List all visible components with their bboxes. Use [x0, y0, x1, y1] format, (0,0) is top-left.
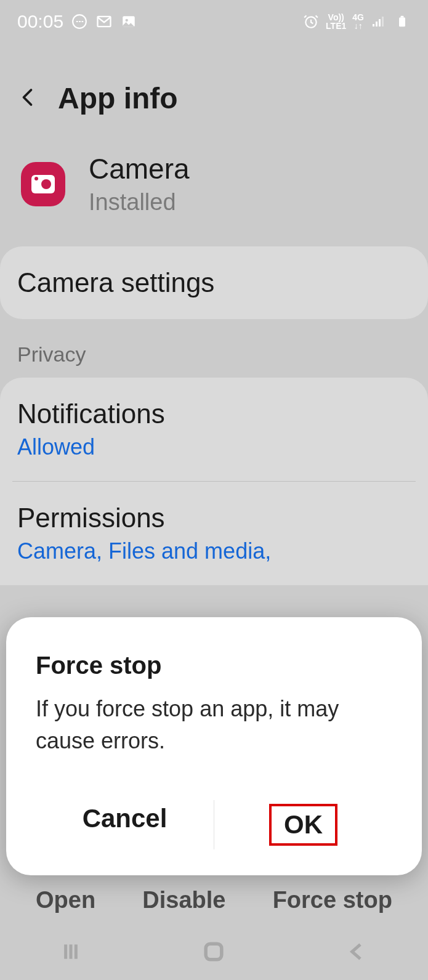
page-header: App info: [0, 38, 428, 140]
svg-rect-7: [379, 19, 381, 26]
svg-rect-8: [382, 17, 384, 26]
alarm-icon: [302, 13, 320, 30]
signal-icon: [370, 13, 387, 30]
svg-rect-10: [401, 16, 404, 18]
photos-icon: [120, 13, 137, 30]
camera-settings-item[interactable]: Camera settings: [0, 246, 428, 319]
notifications-value: Allowed: [17, 434, 411, 460]
bottom-actions: Open Disable Force stop: [0, 875, 428, 926]
navigation-bar: [0, 926, 428, 980]
notifications-item[interactable]: Notifications Allowed: [0, 378, 428, 481]
cancel-button[interactable]: Cancel: [36, 792, 214, 858]
status-time: 00:05: [17, 11, 63, 32]
dialog-actions: Cancel OK: [36, 792, 392, 858]
status-bar: 00:05 Vo)) LTE1 4G ↓↑: [0, 0, 428, 38]
chevron-left-icon: [17, 86, 39, 108]
recents-button[interactable]: [59, 939, 83, 966]
permissions-value: Camera, Files and media,: [17, 538, 411, 564]
disable-button[interactable]: Disable: [142, 887, 225, 913]
app-install-status: Installed: [89, 189, 190, 216]
page-title: App info: [58, 81, 178, 115]
camera-app-icon: [21, 162, 65, 206]
permissions-title: Permissions: [17, 503, 411, 533]
privacy-section-label: Privacy: [0, 325, 428, 378]
app-name: Camera: [89, 152, 190, 185]
open-button[interactable]: Open: [36, 887, 95, 913]
ok-button-label: OK: [269, 804, 337, 846]
svg-rect-6: [376, 22, 378, 26]
dialog-title: Force stop: [36, 652, 392, 679]
permissions-item[interactable]: Permissions Camera, Files and media,: [0, 482, 428, 585]
network-type-icon: 4G ↓↑: [352, 13, 364, 30]
svg-rect-9: [399, 17, 405, 26]
svg-rect-14: [206, 944, 222, 960]
app-header: Camera Installed: [0, 140, 428, 246]
gmail-icon: [95, 13, 113, 30]
svg-rect-5: [373, 24, 374, 26]
force-stop-dialog: Force stop If you force stop an app, it …: [6, 617, 422, 875]
camera-settings-label: Camera settings: [17, 267, 411, 298]
status-left: 00:05: [17, 11, 137, 32]
dialog-message: If you force stop an app, it may cause e…: [36, 693, 392, 757]
svg-point-3: [126, 19, 128, 22]
ok-button[interactable]: OK: [214, 792, 392, 858]
back-button[interactable]: [17, 86, 39, 111]
status-right: Vo)) LTE1 4G ↓↑: [302, 13, 411, 30]
home-button[interactable]: [200, 938, 227, 968]
force-stop-button[interactable]: Force stop: [273, 887, 392, 913]
volte-icon: Vo)) LTE1: [326, 13, 346, 30]
notifications-title: Notifications: [17, 399, 411, 429]
battery-icon: [394, 13, 411, 30]
whatsapp-icon: [71, 13, 88, 30]
back-nav-button[interactable]: [345, 939, 369, 966]
